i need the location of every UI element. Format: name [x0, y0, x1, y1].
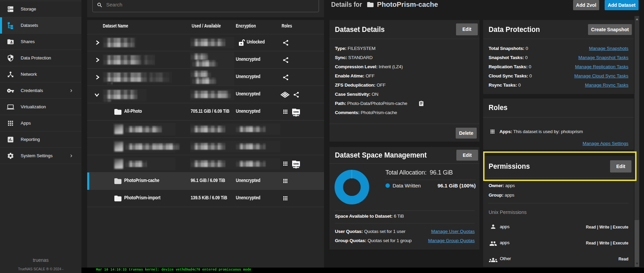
svg-text:SMB: SMB — [293, 110, 299, 113]
svg-text:SMB: SMB — [293, 162, 299, 165]
